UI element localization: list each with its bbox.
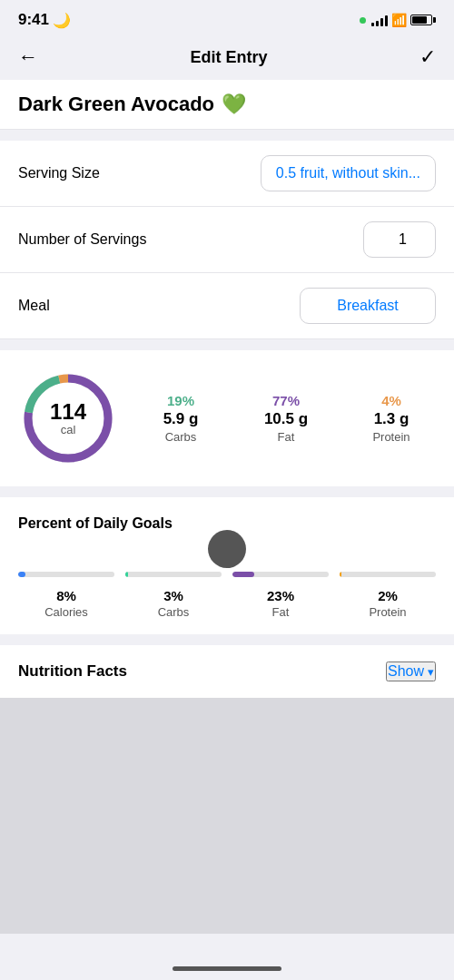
wifi-icon: 📶: [391, 13, 407, 27]
carbs-amount: 5.9 g: [136, 410, 225, 428]
calories-label: cal: [50, 423, 86, 436]
serving-size-label: Serving Size: [18, 165, 100, 181]
meal-row: Meal Breakfast: [0, 273, 454, 339]
carbs-progress-fill: [125, 572, 128, 577]
signal-bar-2: [376, 21, 379, 26]
nutrition-facts-section: Nutrition Facts Show ▾: [0, 645, 454, 698]
progress-bars: [18, 572, 436, 577]
food-emoji: 💚: [222, 93, 246, 116]
fat-goal-label: 23% Fat: [232, 588, 329, 620]
status-time: 9:41: [18, 11, 49, 29]
page-title: Edit Entry: [190, 48, 267, 67]
nav-bar: ← Edit Entry ✓: [0, 36, 454, 80]
meal-label: Meal: [18, 298, 50, 314]
fat-macro: 77% 10.5 g Fat: [242, 393, 331, 444]
fat-goal-name: Fat: [272, 605, 290, 619]
carbs-goal-name: Carbs: [158, 605, 190, 619]
nutrition-facts-label: Nutrition Facts: [18, 662, 127, 681]
protein-progress-fill: [340, 572, 341, 577]
protein-goal-pct: 2%: [340, 588, 436, 603]
progress-labels: 8% Calories 3% Carbs 23% Fat 2% Protein: [18, 588, 436, 620]
drag-handle[interactable]: [208, 530, 246, 568]
ring-center: 114 cal: [50, 401, 86, 436]
carbs-goal-pct: 3%: [125, 588, 222, 603]
carbs-macro: 19% 5.9 g Carbs: [136, 393, 225, 444]
show-label: Show: [388, 663, 424, 680]
food-header: Dark Green Avocado 💚: [0, 80, 454, 130]
calories-progress-bar: [18, 572, 114, 577]
calories-goal-pct: 8%: [18, 588, 114, 603]
fat-pct: 77%: [242, 393, 331, 408]
serving-size-button[interactable]: 0.5 fruit, without skin...: [261, 155, 436, 191]
protein-goal-label: 2% Protein: [340, 588, 436, 620]
moon-icon: 🌙: [53, 12, 71, 29]
daily-goals-section: Percent of Daily Goals: [0, 497, 454, 634]
status-bar: 9:41 🌙 📶: [0, 0, 454, 36]
protein-pct: 4%: [347, 393, 436, 408]
nutrition-row: 114 cal 19% 5.9 g Carbs 77% 10.5 g Fat 4…: [18, 368, 436, 468]
protein-goal-name: Protein: [369, 605, 406, 619]
calories-goal-label: 8% Calories: [18, 588, 114, 620]
calories-progress-fill: [18, 572, 25, 577]
back-button[interactable]: ←: [18, 45, 38, 69]
carbs-label: Carbs: [136, 430, 225, 444]
meal-button[interactable]: Breakfast: [300, 288, 436, 324]
calorie-ring: 114 cal: [18, 368, 118, 468]
battery-icon: [410, 15, 436, 25]
signal-bar-4: [385, 15, 388, 26]
food-name: Dark Green Avocado 💚: [18, 93, 436, 116]
serving-size-row: Serving Size 0.5 fruit, without skin...: [0, 141, 454, 207]
bottom-area: [0, 698, 454, 934]
signal-bar-3: [380, 18, 383, 26]
fat-goal-pct: 23%: [232, 588, 329, 603]
fat-amount: 10.5 g: [242, 410, 331, 428]
protein-amount: 1.3 g: [347, 410, 436, 428]
signal-bar-1: [371, 23, 374, 26]
calories-goal-name: Calories: [44, 605, 88, 619]
macros-grid: 19% 5.9 g Carbs 77% 10.5 g Fat 4% 1.3 g …: [136, 393, 436, 444]
protein-label: Protein: [347, 430, 436, 444]
calories-value: 114: [50, 401, 86, 423]
signal-dot: [360, 17, 366, 24]
protein-progress-bar: [340, 572, 436, 577]
check-button[interactable]: ✓: [419, 45, 436, 69]
nutrition-section: 114 cal 19% 5.9 g Carbs 77% 10.5 g Fat 4…: [0, 350, 454, 486]
fat-label: Fat: [242, 430, 331, 444]
signal-bars: [371, 14, 388, 26]
form-section: Serving Size 0.5 fruit, without skin... …: [0, 141, 454, 339]
number-of-servings-row: Number of Servings: [0, 207, 454, 273]
carbs-progress-bar: [125, 572, 222, 577]
carbs-goal-label: 3% Carbs: [125, 588, 222, 620]
chevron-down-icon: ▾: [428, 665, 434, 679]
home-indicator: [173, 966, 281, 971]
protein-macro: 4% 1.3 g Protein: [347, 393, 436, 444]
food-name-text: Dark Green Avocado: [18, 93, 214, 116]
fat-progress-bar: [232, 572, 329, 577]
number-of-servings-input[interactable]: [363, 221, 436, 258]
fat-progress-fill: [232, 572, 254, 577]
show-nutrition-facts-button[interactable]: Show ▾: [386, 662, 436, 681]
number-of-servings-label: Number of Servings: [18, 231, 146, 248]
carbs-pct: 19%: [136, 393, 225, 408]
